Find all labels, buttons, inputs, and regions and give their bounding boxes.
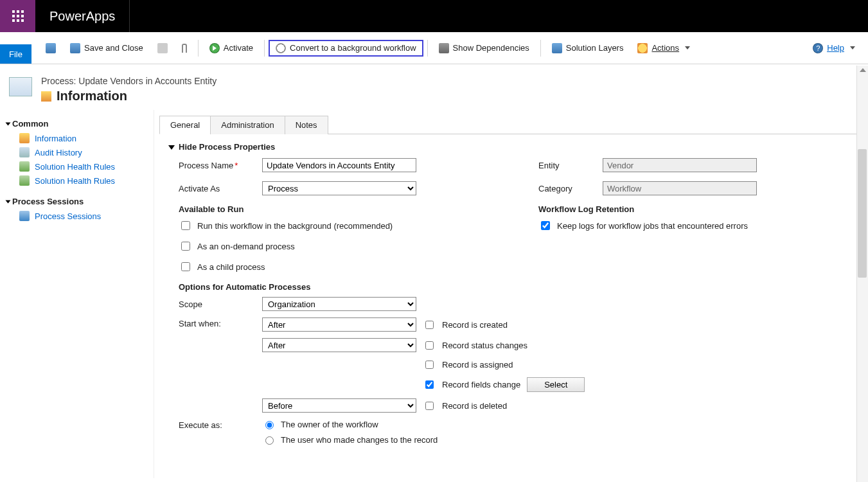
activate-label: Activate (224, 43, 253, 53)
activate-as-label: Activate As (179, 184, 256, 193)
audit-icon (19, 147, 30, 157)
dependencies-icon (439, 43, 449, 53)
layers-label: Solution Layers (566, 43, 624, 53)
sessions-icon (19, 211, 30, 221)
triangle-down-icon (168, 145, 175, 150)
convert-icon (276, 43, 286, 53)
save-button[interactable] (39, 40, 63, 57)
save-and-close-button[interactable]: Save and Close (63, 40, 150, 57)
breadcrumb: Process: Update Vendors in Accounts Enti… (41, 76, 217, 86)
solution-layers-button[interactable]: Solution Layers (545, 40, 631, 57)
select-fields-button[interactable]: Select (527, 377, 585, 392)
help-link[interactable]: Help (827, 43, 844, 53)
child-process-checkbox[interactable] (181, 262, 190, 271)
execute-user-radio[interactable] (265, 436, 274, 445)
scope-label: Scope (179, 299, 256, 309)
activate-icon (209, 43, 220, 53)
tab-notes[interactable]: Notes (285, 116, 328, 134)
on-demand-checkbox[interactable] (181, 242, 190, 251)
activate-button[interactable]: Activate (202, 40, 260, 57)
record-created-checkbox[interactable] (425, 321, 434, 329)
record-assigned-label: Record is assigned (442, 360, 513, 370)
main-content: General Administration Notes Hide Proces… (154, 110, 868, 478)
waffle-icon (12, 10, 24, 22)
scrollbar[interactable] (856, 66, 868, 482)
activate-as-select[interactable]: Process (262, 181, 416, 195)
record-deleted-label: Record is deleted (442, 401, 507, 411)
sidebar-item-solution-health-2[interactable]: Solution Health Rules (6, 174, 154, 188)
run-background-label: Run this workflow in the background (rec… (197, 221, 393, 231)
page-title: Information (57, 89, 127, 103)
command-bar: File Save and Close Activate Convert to … (0, 32, 868, 64)
sidebar-item-solution-health-1[interactable]: Solution Health Rules (6, 159, 154, 174)
app-title: PowerApps (35, 0, 130, 32)
record-fields-checkbox[interactable] (425, 380, 434, 389)
child-process-label: As a child process (197, 262, 265, 272)
scope-select[interactable]: Organization (262, 297, 416, 311)
show-dependencies-button[interactable]: Show Dependencies (432, 40, 536, 57)
actions-menu[interactable]: Actions (630, 40, 697, 57)
tabs: General Administration Notes (159, 115, 856, 134)
available-to-run-title: Available to Run (159, 195, 500, 219)
execute-owner-label: The owner of the workflow (281, 420, 378, 429)
save-close-label: Save and Close (84, 43, 143, 53)
hide-process-properties-toggle[interactable]: Hide Process Properties (159, 139, 856, 158)
execute-owner-radio[interactable] (265, 421, 274, 429)
sidebar-group-process-sessions[interactable]: Process Sessions (6, 194, 154, 209)
tab-administration[interactable]: Administration (210, 116, 285, 134)
category-label: Category (538, 184, 596, 193)
app-launcher[interactable] (0, 0, 35, 32)
category-input (603, 181, 757, 195)
save-close-icon (70, 43, 80, 53)
page-header: Process: Update Vendors in Accounts Enti… (0, 64, 868, 110)
start-when-select-2[interactable]: After (262, 338, 416, 352)
print-button[interactable] (150, 40, 175, 57)
help-icon: ? (813, 43, 823, 53)
convert-button[interactable]: Convert to a background workflow (269, 40, 423, 57)
chevron-down-icon (850, 46, 855, 49)
save-icon (46, 43, 56, 53)
attachment-button[interactable] (175, 40, 194, 56)
sidebar: Common Information Audit History Solutio… (0, 110, 154, 478)
record-assigned-checkbox[interactable] (425, 361, 434, 369)
start-when-select-3[interactable]: Before (262, 398, 416, 413)
auto-processes-title: Options for Automatic Processes (159, 273, 856, 297)
sidebar-item-audit-history[interactable]: Audit History (6, 145, 154, 159)
run-background-checkbox[interactable] (181, 221, 190, 230)
health-icon (19, 161, 30, 172)
sidebar-item-label: Solution Health Rules (35, 176, 115, 186)
information-icon (41, 91, 51, 102)
sidebar-item-label: Audit History (35, 148, 82, 157)
record-status-label: Record status changes (442, 341, 527, 350)
file-tab[interactable]: File (0, 44, 31, 64)
on-demand-label: As an on-demand process (197, 242, 295, 251)
tab-general[interactable]: General (159, 116, 211, 134)
start-when-label: Start when: (179, 317, 256, 328)
record-created-label: Record is created (442, 320, 508, 330)
keep-logs-checkbox[interactable] (541, 221, 550, 230)
convert-label: Convert to a background workflow (290, 43, 416, 53)
sidebar-item-label: Solution Health Rules (35, 162, 115, 172)
layers-icon (552, 43, 562, 53)
sidebar-item-label: Process Sessions (35, 211, 101, 221)
dependencies-label: Show Dependencies (453, 43, 529, 53)
sidebar-group-common[interactable]: Common (6, 116, 154, 131)
actions-label: Actions (651, 43, 679, 53)
record-deleted-checkbox[interactable] (425, 402, 434, 410)
keep-logs-label: Keep logs for workflow jobs that encount… (557, 221, 748, 231)
print-icon (157, 43, 168, 53)
sidebar-item-information[interactable]: Information (6, 131, 154, 145)
record-status-checkbox[interactable] (425, 341, 434, 350)
record-fields-label: Record fields change (442, 380, 520, 389)
entity-label: Entity (538, 161, 596, 170)
entity-input (603, 158, 757, 172)
execute-user-label: The user who made changes to the record (281, 435, 438, 445)
sidebar-item-label: Information (35, 134, 76, 143)
start-when-select-1[interactable]: After (262, 317, 416, 332)
process-name-input[interactable] (262, 158, 416, 172)
execute-as-label: Execute as: (179, 419, 256, 430)
scroll-up-icon (860, 68, 866, 72)
sidebar-item-process-sessions[interactable]: Process Sessions (6, 209, 154, 223)
process-icon (9, 77, 32, 96)
scroll-thumb[interactable] (858, 149, 867, 278)
